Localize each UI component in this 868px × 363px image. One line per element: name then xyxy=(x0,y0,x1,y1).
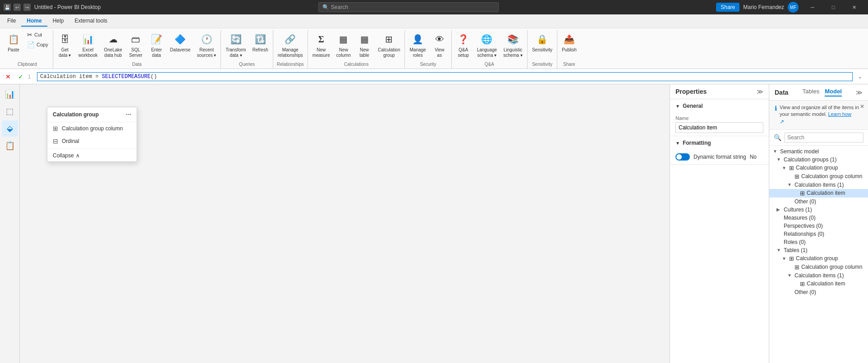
info-text: View and organize all of the items in yo… xyxy=(780,104,863,126)
sidebar-report-icon[interactable]: 📊 xyxy=(2,86,18,102)
refresh-button[interactable]: 🔃 Refresh xyxy=(250,30,271,55)
tree-relationships[interactable]: ▶ Relationships (0) xyxy=(769,230,868,238)
dataverse-button[interactable]: 🔷 Dataverse xyxy=(167,30,193,55)
context-menu-item-ordinal[interactable]: ⊟ Ordinal xyxy=(47,135,137,147)
calc-item-tree-icon: ⊞ xyxy=(800,190,805,197)
other1-label: Other (0) xyxy=(795,198,816,205)
tree-tables-calc-item[interactable]: ▶ ⊞ Calculation item xyxy=(769,280,868,288)
tree-perspectives[interactable]: ▶ Perspectives (0) xyxy=(769,222,868,230)
share-button[interactable]: Share xyxy=(716,3,739,12)
formula-confirm-button[interactable]: ✓ xyxy=(15,71,26,82)
new-measure-button[interactable]: Σ Newmeasure xyxy=(310,30,333,60)
formula-expand-button[interactable]: ⌄ xyxy=(854,71,865,82)
info-close-button[interactable]: ✕ xyxy=(860,103,864,110)
data-panel: Data Tables Model ≫ ℹ View and organize … xyxy=(769,84,868,363)
tree-calc-group-col[interactable]: ▶ ⊞ Calculation group column xyxy=(769,172,868,181)
tables-group-chevron: ▼ xyxy=(776,248,783,253)
save-icon[interactable]: 💾 xyxy=(4,4,11,11)
new-measure-icon: Σ xyxy=(314,32,328,46)
tree-other-1[interactable]: ▶ Other (0) xyxy=(769,198,868,206)
tree-tables-group[interactable]: ▼ Tables (1) xyxy=(769,246,868,254)
recent-sources-button[interactable]: 🕐 Recentsources ▾ xyxy=(194,30,219,60)
manage-rel-button[interactable]: 🔗 Managerelationships xyxy=(275,30,306,60)
tree-calc-group[interactable]: ▼ ⊞ Calculation group xyxy=(769,164,868,172)
sidebar-model-icon[interactable]: ⬙ xyxy=(2,120,18,137)
tree-roles[interactable]: ▶ Roles (0) xyxy=(769,238,868,246)
close-button[interactable]: ✕ xyxy=(844,0,864,14)
new-column-button[interactable]: ▦ Newcolumn xyxy=(334,30,354,60)
copy-button[interactable]: 📄 Copy xyxy=(24,40,51,49)
calc-group-icon: ⊞ xyxy=(382,32,396,46)
formula-cancel-button[interactable]: ✕ xyxy=(3,71,14,82)
onelake-button[interactable]: ☁ OneLakedata hub xyxy=(101,30,125,60)
tree-tables-calc-group[interactable]: ▼ ⊞ Calculation group xyxy=(769,254,868,263)
cut-button[interactable]: ✂ Cut xyxy=(24,30,51,39)
excel-button[interactable]: 📊 Excelworkbook xyxy=(76,30,101,60)
tree-cultures[interactable]: ▶ Cultures (1) xyxy=(769,206,868,214)
dynamic-format-toggle[interactable] xyxy=(675,153,690,161)
ribbon-group-qa: ❓ Q&Asetup 🌐 Languageschema ▾ 📚 Linguist… xyxy=(452,30,528,69)
tree-tables-calc-items[interactable]: ▼ Calculation items (1) xyxy=(769,271,868,280)
sql-button[interactable]: 🗃 SQLServer xyxy=(126,30,146,60)
context-menu-collapse-button[interactable]: Collapse ∧ xyxy=(47,150,137,161)
linguistic-button[interactable]: 📚 Linguisticschema ▾ xyxy=(501,30,525,60)
sidebar-data-icon[interactable]: ⬚ xyxy=(2,103,18,119)
tab-file[interactable]: File xyxy=(2,16,21,27)
tree-measures[interactable]: ▶ Measures (0) xyxy=(769,214,868,222)
view-as-button[interactable]: 👁 Viewas xyxy=(430,30,450,60)
qa-setup-button[interactable]: ❓ Q&Asetup xyxy=(454,30,473,60)
window-controls: ─ □ ✕ xyxy=(802,0,864,14)
maximize-button[interactable]: □ xyxy=(823,0,844,14)
sidebar-dax-icon[interactable]: 📋 xyxy=(2,138,18,154)
formatting-section-header[interactable]: ▼ Formatting xyxy=(670,136,769,150)
properties-expand-button[interactable]: ≫ xyxy=(757,88,763,95)
sensitivity-button[interactable]: 🔒 Sensitivity xyxy=(529,30,555,55)
formula-input[interactable]: Calculation item = SELECTEDMEASURE() xyxy=(37,72,853,81)
learn-how-link[interactable]: Learn how xyxy=(828,111,851,117)
collapse-icon: ∧ xyxy=(76,152,80,159)
publish-button[interactable]: 📤 Publish xyxy=(559,30,579,55)
recent-sources-label: Recentsources ▾ xyxy=(197,47,216,58)
get-data-button[interactable]: 🗄 Getdata ▾ xyxy=(55,30,75,60)
calc-group-tree-label: Calculation group xyxy=(796,165,838,171)
tab-external-tools[interactable]: External tools xyxy=(69,16,113,27)
redo-icon[interactable]: ↪ xyxy=(23,4,31,11)
tree-tables-other[interactable]: ▶ Other (0) xyxy=(769,288,868,296)
tree-calc-items[interactable]: ▼ Calculation items (1) xyxy=(769,181,868,189)
tab-help[interactable]: Help xyxy=(47,16,69,27)
paste-button[interactable]: 📋 Paste xyxy=(4,30,23,55)
tab-home[interactable]: Home xyxy=(21,16,47,27)
general-section-header[interactable]: ▼ General xyxy=(670,99,769,113)
tab-tables[interactable]: Tables xyxy=(803,88,820,96)
name-input[interactable] xyxy=(675,122,763,133)
clipboard-label: Clipboard xyxy=(4,61,51,67)
calc-group-chevron: ▼ xyxy=(782,165,788,170)
tables-calc-group-col-label: Calculation group column xyxy=(801,264,862,270)
info-ext-link[interactable]: ↗ xyxy=(780,119,784,125)
tree-tables-calc-group-col[interactable]: ▶ ⊞ Calculation group column xyxy=(769,263,868,271)
data-panel-close-button[interactable]: ≫ xyxy=(856,89,863,96)
language-schema-button[interactable]: 🌐 Languageschema ▾ xyxy=(474,30,500,60)
enter-data-label: Enterdata xyxy=(151,47,162,58)
tree-calc-groups[interactable]: ▼ Calculation groups (1) xyxy=(769,156,868,164)
tree-calc-item[interactable]: ▶ ⊞ Calculation item xyxy=(769,189,868,198)
enter-data-button[interactable]: 📝 Enterdata xyxy=(147,30,166,60)
queries-items: 🔄 Transformdata ▾ 🔃 Refresh xyxy=(223,30,271,61)
manage-roles-button[interactable]: 👤 Manageroles xyxy=(407,30,428,60)
data-label: Data xyxy=(55,61,219,67)
context-menu-more-button[interactable]: ··· xyxy=(126,111,131,118)
context-menu-item-calc-group-col[interactable]: ⊞ Calculation group column xyxy=(47,122,137,135)
title-search[interactable]: 🔍 Search xyxy=(318,2,499,12)
data-search-input[interactable] xyxy=(784,133,863,142)
tree-semantic-model[interactable]: ▼ Semantic model xyxy=(769,147,868,156)
tab-model[interactable]: Model xyxy=(825,88,842,96)
minimize-button[interactable]: ─ xyxy=(802,0,823,14)
transform-button[interactable]: 🔄 Transformdata ▾ xyxy=(223,30,248,60)
calc-groups-label: Calculation groups (1) xyxy=(784,156,836,163)
undo-icon[interactable]: ↩ xyxy=(14,4,21,11)
calc-group-button[interactable]: ⊞ Calculationgroup xyxy=(375,30,403,60)
new-table-button[interactable]: ▦ Newtable xyxy=(354,30,374,60)
new-measure-label: Newmeasure xyxy=(312,47,330,58)
excel-icon: 📊 xyxy=(81,32,95,46)
excel-label: Excelworkbook xyxy=(78,47,98,58)
